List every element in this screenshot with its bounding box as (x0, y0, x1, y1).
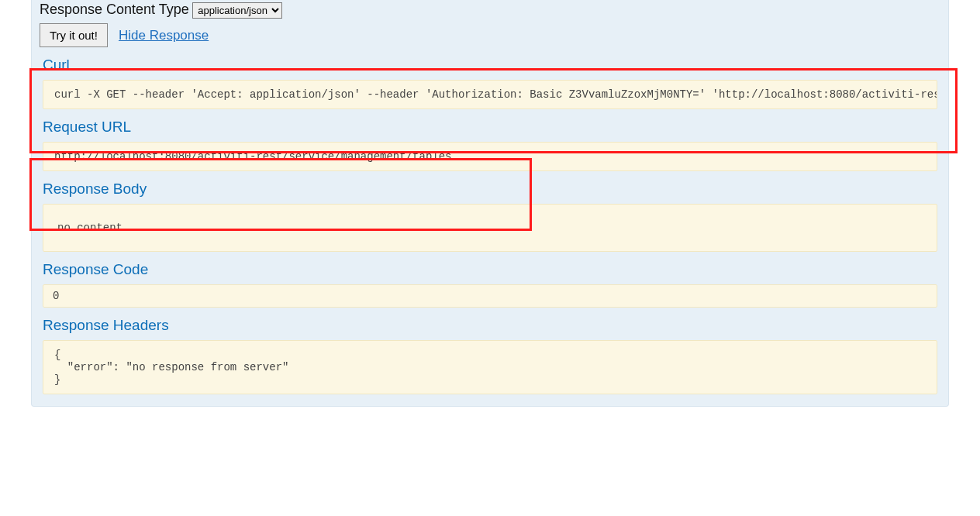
response-headers-section: Response Headers { "error": "no response… (40, 317, 940, 394)
response-headers-title: Response Headers (43, 317, 940, 334)
try-it-out-button[interactable]: Try it out! (40, 23, 108, 47)
request-url-value: http://localhost:8080/activiti-rest/serv… (43, 142, 937, 171)
curl-title: Curl (43, 57, 940, 74)
response-code-title: Response Code (43, 261, 940, 278)
response-headers-value: { "error": "no response from server" } (43, 340, 937, 394)
response-code-value: 0 (43, 284, 937, 308)
action-row: Try it out! Hide Response (40, 23, 940, 47)
response-body-title: Response Body (43, 181, 940, 198)
curl-section: Curl curl -X GET --header 'Accept: appli… (40, 57, 940, 109)
request-url-section: Request URL http://localhost:8080/activi… (40, 119, 940, 171)
content-type-label: Response Content Type (40, 2, 189, 17)
content-type-select[interactable]: application/json (192, 2, 282, 19)
response-code-section: Response Code 0 (40, 261, 940, 308)
hide-response-link[interactable]: Hide Response (119, 28, 209, 43)
operation-panel: Response Content Type application/json T… (31, 0, 949, 407)
request-url-title: Request URL (43, 119, 940, 136)
content-type-row: Response Content Type application/json (40, 2, 940, 22)
response-body-value: no content (43, 204, 937, 252)
curl-command-block[interactable]: curl -X GET --header 'Accept: applicatio… (43, 80, 937, 109)
response-body-section: Response Body no content (40, 181, 940, 252)
